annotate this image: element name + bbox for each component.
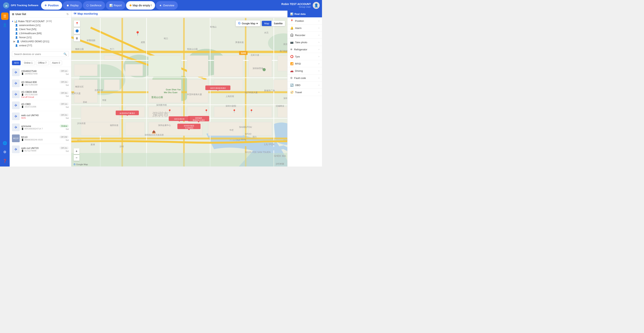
sidebar-icon-users[interactable]: 👤	[1, 22, 8, 29]
filter-tab-offline[interactable]: Offline 7	[36, 61, 48, 65]
svg-text:电子科技大厦: 电子科技大厦	[245, 91, 258, 94]
tree-root[interactable]: ▾ 📊 Robin TEST ACCOUNT [8/39]	[12, 19, 69, 23]
right-panel-item-rfid[interactable]: 📶 RFID ›	[288, 60, 322, 67]
google-map-select[interactable]: G Google Map ▾	[236, 20, 260, 27]
google-icon: G	[238, 22, 240, 25]
svg-text:深圳图书馆: 深圳图书馆	[156, 104, 167, 106]
tree-item-5[interactable]: 👤 xmtest [7/7]	[12, 44, 69, 48]
refresh-icon[interactable]: ↻	[66, 13, 69, 16]
alarm-chevron: ›	[318, 27, 319, 29]
map-watermark: G Google Map	[74, 163, 88, 166]
svg-rect-42	[278, 107, 287, 117]
right-panel-item-driving[interactable]: 🚗 Driving ›	[288, 67, 322, 75]
svg-text:沙河: 沙河	[120, 145, 124, 148]
svg-rect-27	[187, 56, 208, 77]
svg-text:SHUN YEE SAN TSUEN: SHUN YEE SAN TSUEN	[245, 151, 270, 154]
google-logo-small: G	[74, 163, 76, 166]
tree-item-label-2: LSAHealthcare [6/6]	[19, 32, 42, 35]
tree-item-1[interactable]: 👤 Client Test [5/5]	[12, 27, 69, 31]
obd-label: OBD	[295, 84, 300, 87]
svg-rect-47	[208, 122, 243, 136]
user-info: Robin TEST ACCOUNT Group User 👤	[281, 2, 320, 9]
tree-item-0[interactable]: 👤 asiaincentives [1/1]	[12, 23, 69, 27]
filter-tab-all[interactable]: All 8	[12, 61, 21, 65]
svg-rect-49	[71, 153, 287, 167]
right-panel-item-tyre[interactable]: ⭕ Tyre ›	[288, 53, 322, 60]
obd-chevron: ›	[318, 84, 319, 86]
device-item-2[interactable]: ✈ 4G OBDII 808 📱 19171392168 Cut off Cir…	[10, 89, 71, 100]
svg-text:蛇口: 蛇口	[164, 37, 168, 40]
filter-tab-online[interactable]: Online 1	[22, 61, 35, 65]
right-panel-item-position[interactable]: 📍 Position ›	[288, 17, 322, 25]
device-item-1[interactable]: ✈ 4G Wired 808 📱 19171392168 Off 2m Set	[10, 78, 71, 89]
device-item-7[interactable]: ✈ web cut UM720 📱 8171279699 Off 2m Set	[10, 144, 71, 155]
device-name-7: web cut UM720	[21, 147, 58, 150]
search-box: 🔍	[12, 51, 69, 57]
svg-text:牛门: 牛门	[110, 48, 114, 50]
device-item-4[interactable]: ✈ web cut UM740 SOS Off 2m Set	[10, 111, 71, 122]
map-empty-label: Map div empty !	[133, 4, 152, 7]
right-panel-item-alarm[interactable]: 🔔 Alarm ›	[288, 25, 322, 32]
svg-text:梅林公园: 梅林公园	[75, 48, 84, 50]
search-input[interactable]	[14, 53, 62, 56]
map-pin-ctrl-btn[interactable]: 📍	[74, 20, 80, 27]
zoom-in-btn[interactable]: +	[74, 148, 80, 154]
map-background[interactable]: 轩围花园 蛇口 蛇地山 水贝 田贝 梅林公园 牛门 虎黑 笔架山公园 茅盾街道 …	[71, 18, 287, 167]
right-panel-item-recorder[interactable]: 🎧 Recorder ›	[288, 32, 322, 39]
status-badge-3: Off 1m	[60, 102, 69, 106]
right-panel-item-obd[interactable]: 🔄 OBD ›	[288, 82, 322, 89]
map-svg: 轩围花园 蛇口 蛇地山 水贝 田贝 梅林公园 牛门 虎黑 笔架山公园 茅盾街道 …	[71, 18, 287, 167]
tree-item-4[interactable]: ▶ 👤 UNIGUARD DEMO [2/11]	[12, 39, 69, 44]
tree-item-2[interactable]: 👤 LSAHealthcare [6/6]	[12, 31, 69, 35]
svg-rect-34	[187, 80, 208, 103]
device-thumb-4: ✈	[12, 113, 20, 120]
zoom-out-btn[interactable]: −	[74, 155, 80, 161]
sidebar-icon-globe[interactable]: 🌐	[1, 140, 8, 147]
svg-rect-40	[214, 107, 243, 117]
right-panel-item-fault-code[interactable]: ⚙ Fault code ›	[288, 75, 322, 82]
recorder-icon: 🎧	[290, 34, 294, 37]
right-panel-item-take-photo[interactable]: 📷 Take photo ›	[288, 39, 322, 46]
map-type-satellite-btn[interactable]: Satellite	[272, 21, 285, 26]
map-area[interactable]: 🗺 Map monitoring	[71, 11, 287, 167]
google-map-label: Google Map	[242, 22, 256, 25]
search-icon[interactable]: 🔍	[64, 53, 67, 56]
svg-text:金茂深圳W万豪酒店: 金茂深圳W万豪酒店	[120, 112, 135, 114]
avatar[interactable]: 👤	[313, 2, 320, 9]
take-photo-icon: 📷	[290, 41, 294, 44]
set-text-5: Set	[66, 128, 69, 130]
tree-item-3[interactable]: 👤 Noran [1/1]	[12, 35, 69, 39]
svg-rect-31	[74, 80, 97, 103]
svg-text:四斗: 四斗	[252, 136, 257, 138]
right-panel-item-travel[interactable]: 🧭 Travel ›	[288, 89, 322, 96]
svg-text:北环大道: 北环大道	[71, 92, 80, 95]
map-trash-ctrl-btn[interactable]: 🗑	[74, 35, 80, 42]
map-marker-ctrl-btn[interactable]: 🔵	[74, 28, 80, 34]
tab-map-empty[interactable]: Map div empty !	[126, 1, 155, 10]
take-photo-chevron: ›	[318, 41, 319, 44]
position-tab-label: Position	[48, 4, 58, 7]
filter-tab-alarm[interactable]: Alarm 0	[50, 61, 62, 65]
sidebar-icon-devices[interactable]: ☰	[1, 13, 8, 20]
tab-position[interactable]: ✈ Position	[41, 1, 62, 10]
device-item-3[interactable]: ✈ 4G OBD 📱 3315721006 Off 1m Set	[10, 100, 71, 111]
logo-area: ☁ GPS Tracking Software	[2, 2, 40, 9]
svg-text:苏岭: 苏岭	[83, 101, 87, 103]
tab-report[interactable]: 📊 Report	[106, 1, 125, 10]
right-panel-item-refrigerator[interactable]: ❄ Refrigerator ›	[288, 46, 322, 53]
device-item-5[interactable]: ✈ amroune 📱 86418003024714 7 Online Set	[10, 122, 71, 133]
logo-icon: ☁	[3, 2, 9, 9]
sidebar-icon-settings[interactable]: ⚙	[1, 148, 8, 156]
device-item-0[interactable]: ✈ 15046027548 📱 15046027548 Off 1m Set	[10, 67, 71, 78]
svg-text:深圳会展中心: 深圳会展中心	[158, 124, 171, 126]
map-type-map-btn[interactable]: Map	[262, 21, 271, 26]
svg-rect-45	[125, 122, 144, 136]
tab-geofence[interactable]: ⬡ Geofence	[83, 1, 105, 10]
svg-text:📍: 📍	[250, 109, 253, 113]
tab-overview[interactable]: ★ Overview	[156, 1, 178, 10]
tab-replay[interactable]: ⏺ Replay	[63, 1, 82, 10]
svg-text:SHABUTOU: SHABUTOU	[239, 126, 252, 129]
device-item-6[interactable]: M110 M110 📱 86668300246 6920 Off 2W Set	[10, 133, 71, 144]
svg-text:外贸外装饰大厦: 外贸外装饰大厦	[187, 93, 202, 96]
sidebar-icon-help[interactable]: ❓	[1, 157, 8, 165]
